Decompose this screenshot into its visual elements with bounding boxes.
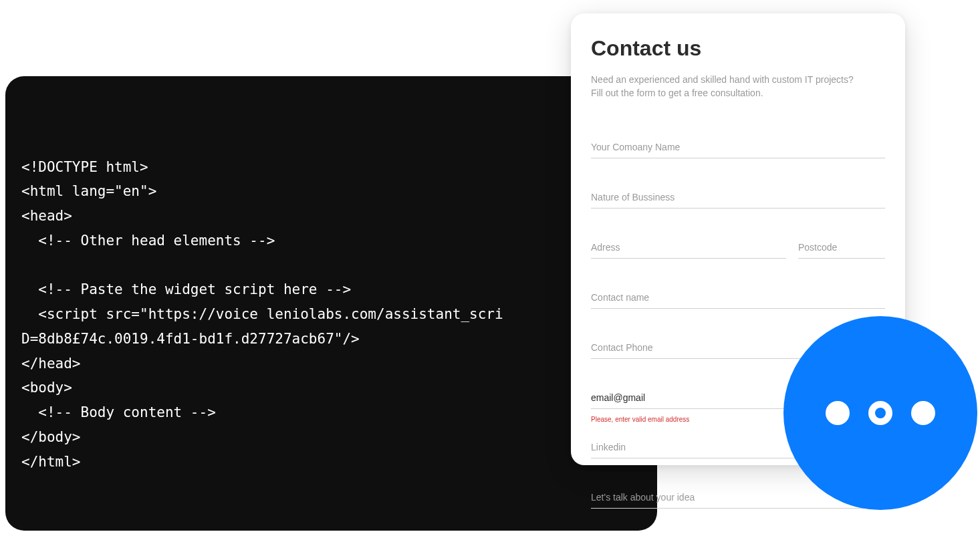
- company-name-input[interactable]: [591, 138, 885, 158]
- dot-icon: [911, 401, 935, 425]
- postcode-input[interactable]: [798, 238, 885, 259]
- contact-name-input[interactable]: [591, 288, 885, 309]
- address-input[interactable]: [591, 238, 786, 259]
- dot-icon: [826, 401, 850, 425]
- code-snippet-panel: <!DOCTYPE html> <html lang="en"> <head> …: [5, 76, 657, 531]
- form-subtitle-line1: Need an experienced and skilled hand wit…: [591, 74, 854, 85]
- assistant-widget-button[interactable]: [783, 316, 977, 510]
- form-title: Contact us: [591, 36, 885, 61]
- form-subtitle-line2: Fill out the form to get a free consulta…: [591, 88, 763, 98]
- nature-of-business-input[interactable]: [591, 188, 885, 209]
- form-subtitle: Need an experienced and skilled hand wit…: [591, 73, 885, 100]
- code-content: <!DOCTYPE html> <html lang="en"> <head> …: [21, 155, 641, 475]
- dot-ring-icon: [868, 401, 892, 425]
